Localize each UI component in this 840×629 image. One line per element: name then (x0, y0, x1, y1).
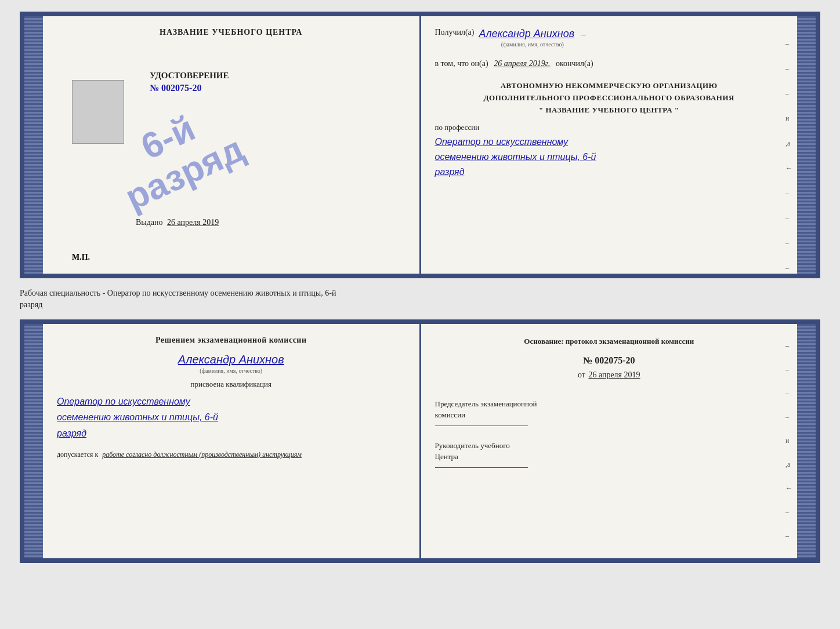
dopusk-text: работе согласно должностным (производств… (102, 450, 302, 459)
org-line3: " НАЗВАНИЕ УЧЕБНОГО ЦЕНТРА " (435, 104, 784, 117)
spine-left (24, 16, 43, 274)
protocol-number: № 002075-20 (435, 355, 784, 366)
vtom-line: в том, что он(а) 26 апреля 2019г. окончи… (435, 59, 784, 68)
ot-prefix: от (578, 370, 585, 379)
photo-placeholder (72, 80, 124, 144)
kvali-handwritten: Оператор по искусственному осеменению жи… (57, 394, 405, 441)
right-dashes-bottom: – – – – и ,а ← – – – – – (785, 341, 792, 563)
certificate-number: № 002075-20 (150, 83, 405, 93)
udostoverenie-label: УДОСТОВЕРЕНИЕ (150, 71, 405, 81)
fio-subtitle-bottom: (фамилия, имя, отчество) (57, 368, 405, 374)
mp-label: М.П. (72, 253, 90, 262)
spine-right-bottom (797, 324, 816, 558)
rukovoditel-line1: Руководитель учебного (435, 440, 784, 452)
org-line2: ДОПОЛНИТЕЛЬНОГО ПРОФЕССИОНАЛЬНОГО ОБРАЗО… (435, 92, 784, 104)
dopusk-prefix: допускается к (57, 450, 98, 459)
top-left-page: НАЗВАНИЕ УЧЕБНОГО ЦЕНТРА УДОСТОВЕРЕНИЕ №… (43, 16, 421, 274)
top-left-header: НАЗВАНИЕ УЧЕБНОГО ЦЕНТРА (57, 28, 405, 37)
fio-subtitle-top: (фамилия, имя, отчество) (479, 41, 586, 48)
person-name-bottom: Александр Анихнов (57, 353, 405, 366)
vydano-label: Выдано (136, 218, 163, 227)
resheniyem-text: Решением экзаменационной комиссии (57, 336, 405, 345)
rukovoditel-line2: Центра (435, 451, 784, 463)
rukovoditel-signature-line (435, 467, 528, 468)
dopuskaetsya-block: допускается к работе согласно должностны… (57, 450, 405, 459)
ot-date: 26 апреля 2019 (588, 370, 640, 379)
bottom-left-page: Решением экзаменационной комиссии Алекса… (43, 324, 421, 558)
spine-right-top (797, 16, 816, 274)
predsedatel-line2: комиссии (435, 409, 784, 421)
top-document: НАЗВАНИЕ УЧЕБНОГО ЦЕНТРА УДОСТОВЕРЕНИЕ №… (20, 12, 820, 278)
spine-left-bottom (24, 324, 43, 558)
person-name-block: Александр Анихнов (фамилия, имя, отчеств… (57, 353, 405, 380)
vtom-date: 26 апреля 2019г. (494, 59, 550, 68)
okkonchil: окончил(а) (556, 59, 593, 68)
predsedatel-line1: Председатель экзаменационной (435, 398, 784, 410)
ot-date-block: от 26 апреля 2019 (435, 370, 784, 380)
org-line1: АВТОНОМНУЮ НЕКОММЕРЧЕСКУЮ ОРГАНИЗАЦИЮ (435, 80, 784, 92)
po-professii: по профессии (435, 123, 784, 132)
bottom-document: Решением экзаменационной комиссии Алекса… (20, 319, 820, 563)
right-dashes-top: – – – и ,а ← – – – – (785, 39, 792, 272)
prisvoena-text: присвоена квалификация (57, 380, 405, 389)
professiya-top: Оператор по искусственному осеменению жи… (435, 134, 784, 179)
between-label: Рабочая специальность - Оператор по иску… (20, 288, 820, 310)
osnovanie-text: Основание: протокол экзаменационной коми… (435, 336, 784, 347)
poluchil-prefix: Получил(а) (435, 28, 475, 37)
udostoverenie-block: УДОСТОВЕРЕНИЕ № 002075-20 (150, 71, 405, 93)
bottom-right-page: Основание: протокол экзаменационной коми… (421, 324, 798, 558)
top-right-page: Получил(а) Александр Анихнов – (фамилия,… (421, 16, 798, 274)
predsedatel-block: Председатель экзаменационной комиссии (435, 398, 784, 431)
vydano-block: Выдано 26 апреля 2019 (136, 218, 219, 227)
rukovoditel-block: Руководитель учебного Центра (435, 440, 784, 472)
org-block: АВТОНОМНУЮ НЕКОММЕРЧЕСКУЮ ОРГАНИЗАЦИЮ ДО… (435, 80, 784, 116)
predsedatel-signature-line (435, 426, 528, 426)
poluchil-name: Александр Анихнов (479, 28, 574, 39)
stamp-text: 6-й разряд (103, 93, 250, 217)
vydano-date: 26 апреля 2019 (167, 218, 219, 227)
